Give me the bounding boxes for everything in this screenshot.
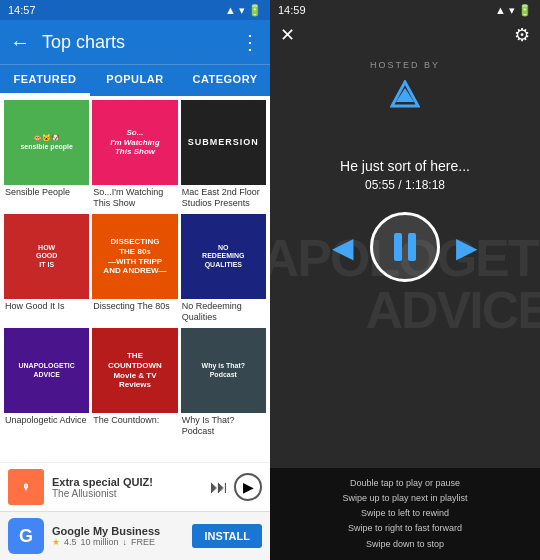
chart-label: No Redeeming Qualities bbox=[181, 299, 266, 325]
thumb-label: NOREDEEMINGQUALITIES bbox=[200, 242, 246, 271]
ad-bar: G Google My Business ★ 4.5 10 million ↓ … bbox=[0, 511, 270, 560]
hint-swipe-left: Swipe to left to rewind bbox=[280, 506, 530, 521]
thumb-label: THECOUNTDOWNMovie & TVReviews bbox=[106, 349, 164, 391]
chart-label: The Countdown: bbox=[92, 413, 177, 428]
pause-icon bbox=[394, 233, 416, 261]
time-display: 05:55 / 1:18:18 bbox=[365, 178, 445, 192]
tabs-bar: FEATURED POPULAR CATEGORY bbox=[0, 64, 270, 96]
chart-label: Sensible People bbox=[4, 185, 89, 200]
chart-label: Mac East 2nd Floor Studios Presents bbox=[181, 185, 266, 211]
free-label: FREE bbox=[131, 537, 155, 547]
tab-featured[interactable]: FEATURED bbox=[0, 65, 90, 96]
episode-title: He just sort of here... bbox=[320, 158, 490, 174]
player-controls: ⏭ ▶ bbox=[210, 473, 262, 501]
grid-row: UNAPOLOGETICADVICE Unapologetic Advice T… bbox=[4, 328, 266, 439]
chart-item-noredeeming[interactable]: NOREDEEMINGQUALITIES No Redeeming Qualit… bbox=[181, 214, 266, 325]
chart-item-watching[interactable]: So...I'm WatchingThis Show So...I'm Watc… bbox=[92, 100, 177, 211]
ad-title: Google My Business bbox=[52, 525, 184, 537]
chart-label: How Good It Is bbox=[4, 299, 89, 314]
current-time: 05:55 bbox=[365, 178, 395, 192]
charts-grid: 🐵🐱🐶sensible people Sensible People So...… bbox=[0, 96, 270, 462]
thumb-whythat: Why is That?Podcast bbox=[181, 328, 266, 413]
chart-item-dissecting[interactable]: DISSECTINGTHE 80s—WITH TRIPPAND ANDREW— … bbox=[92, 214, 177, 325]
thumb-countdown: THECOUNTDOWNMovie & TVReviews bbox=[92, 328, 177, 413]
skip-next-button[interactable]: ⏭ bbox=[210, 477, 228, 498]
rating: 4.5 bbox=[64, 537, 77, 547]
page-title: Top charts bbox=[42, 32, 240, 53]
chart-item-submersion[interactable]: SUBMERSION Mac East 2nd Floor Studios Pr… bbox=[181, 100, 266, 211]
player-top-bar: ✕ ⚙ bbox=[270, 20, 540, 50]
hint-swipe-down: Swipe down to stop bbox=[280, 537, 530, 552]
player-center: He just sort of here... 05:55 / 1:18:18 … bbox=[270, 0, 540, 440]
thumb-label: So...I'm WatchingThis Show bbox=[108, 126, 161, 159]
more-button[interactable]: ⋮ bbox=[240, 30, 260, 54]
hint-swipe-right: Swipe to right to fast forward bbox=[280, 521, 530, 536]
thumb-label: Why is That?Podcast bbox=[200, 360, 248, 381]
hint-double-tap: Double tap to play or pause bbox=[280, 476, 530, 491]
downloads: 10 million bbox=[81, 537, 119, 547]
chart-label: So...I'm Watching This Show bbox=[92, 185, 177, 211]
playback-controls: ◀ ▶ bbox=[332, 212, 478, 282]
play-pause-button[interactable]: ▶ bbox=[234, 473, 262, 501]
tab-category[interactable]: CATEGORY bbox=[180, 65, 270, 96]
status-icons-left: ▲ ▾ 🔋 bbox=[225, 4, 262, 17]
thumb-label: 🐵🐱🐶sensible people bbox=[18, 132, 75, 153]
chart-label: Unapologetic Advice bbox=[4, 413, 89, 428]
grid-row: HOWGOODIT IS How Good It Is DISSECTINGTH… bbox=[4, 214, 266, 325]
pause-bar-right bbox=[408, 233, 416, 261]
time-separator: / bbox=[398, 178, 405, 192]
status-bar-left: 14:57 ▲ ▾ 🔋 bbox=[0, 0, 270, 20]
star-icon: ★ bbox=[52, 537, 60, 547]
chart-item-countdown[interactable]: THECOUNTDOWNMovie & TVReviews The Countd… bbox=[92, 328, 177, 439]
thumb-submersion: SUBMERSION bbox=[181, 100, 266, 185]
thumb-label: DISSECTINGTHE 80s—WITH TRIPPAND ANDREW— bbox=[101, 235, 168, 277]
player-hints: Double tap to play or pause Swipe up to … bbox=[270, 468, 540, 560]
google-icon: G bbox=[8, 518, 44, 554]
close-button[interactable]: ✕ bbox=[280, 24, 295, 46]
play-icon: ▶ bbox=[243, 479, 254, 495]
hint-swipe-up: Swipe up to play next in playlist bbox=[280, 491, 530, 506]
ad-meta: ★ 4.5 10 million ↓ FREE bbox=[52, 537, 184, 547]
grid-row: 🐵🐱🐶sensible people Sensible People So...… bbox=[4, 100, 266, 211]
now-playing-icon: 🎙 bbox=[22, 483, 30, 492]
rewind-button[interactable]: ◀ bbox=[332, 231, 354, 264]
pause-bar-left bbox=[394, 233, 402, 261]
thumb-label: UNAPOLOGETICADVICE bbox=[16, 360, 76, 381]
ad-info: Google My Business ★ 4.5 10 million ↓ FR… bbox=[52, 525, 184, 547]
left-panel: 14:57 ▲ ▾ 🔋 ← Top charts ⋮ FEATURED POPU… bbox=[0, 0, 270, 560]
now-playing-thumb: 🎙 bbox=[8, 469, 44, 505]
chart-item-sensible[interactable]: 🐵🐱🐶sensible people Sensible People bbox=[4, 100, 89, 211]
status-bar-right: 14:59 ▲ ▾ 🔋 bbox=[270, 0, 540, 20]
chart-item-unapologetic[interactable]: UNAPOLOGETICADVICE Unapologetic Advice bbox=[4, 328, 89, 439]
download-icon: ↓ bbox=[123, 537, 128, 547]
top-bar: ← Top charts ⋮ bbox=[0, 20, 270, 64]
thumb-unapologetic: UNAPOLOGETICADVICE bbox=[4, 328, 89, 413]
install-button[interactable]: INSTALL bbox=[192, 524, 262, 548]
thumb-howgood: HOWGOODIT IS bbox=[4, 214, 89, 299]
fast-forward-button[interactable]: ▶ bbox=[456, 231, 478, 264]
status-icons-right: ▲ ▾ 🔋 bbox=[495, 4, 532, 17]
thumb-label: HOWGOODIT IS bbox=[34, 242, 59, 271]
back-button[interactable]: ← bbox=[10, 31, 30, 54]
thumb-watching: So...I'm WatchingThis Show bbox=[92, 100, 177, 185]
chart-item-whythat[interactable]: Why is That?Podcast Why Is That? Podcast bbox=[181, 328, 266, 439]
pause-button[interactable] bbox=[370, 212, 440, 282]
chart-item-howgood[interactable]: HOWGOODIT IS How Good It Is bbox=[4, 214, 89, 325]
thumb-sensible: 🐵🐱🐶sensible people bbox=[4, 100, 89, 185]
now-playing-artist: The Allusionist bbox=[52, 488, 210, 499]
time-right: 14:59 bbox=[278, 4, 306, 16]
thumb-dissecting: DISSECTINGTHE 80s—WITH TRIPPAND ANDREW— bbox=[92, 214, 177, 299]
right-panel: APOLOGETI ADVICE 14:59 ▲ ▾ 🔋 ✕ ⚙ HOSTED … bbox=[270, 0, 540, 560]
time-left: 14:57 bbox=[8, 4, 36, 16]
thumb-label: SUBMERSION bbox=[186, 135, 261, 150]
settings-button[interactable]: ⚙ bbox=[514, 24, 530, 46]
chart-label: Dissecting The 80s bbox=[92, 299, 177, 314]
thumb-noredeeming: NOREDEEMINGQUALITIES bbox=[181, 214, 266, 299]
tab-popular[interactable]: POPULAR bbox=[90, 65, 180, 96]
chart-label: Why Is That? Podcast bbox=[181, 413, 266, 439]
now-playing-bar: 🎙 Extra special QUIZ! The Allusionist ⏭ … bbox=[0, 462, 270, 511]
total-time: 1:18:18 bbox=[405, 178, 445, 192]
now-playing-title: Extra special QUIZ! bbox=[52, 476, 210, 488]
now-playing-info: Extra special QUIZ! The Allusionist bbox=[52, 476, 210, 499]
